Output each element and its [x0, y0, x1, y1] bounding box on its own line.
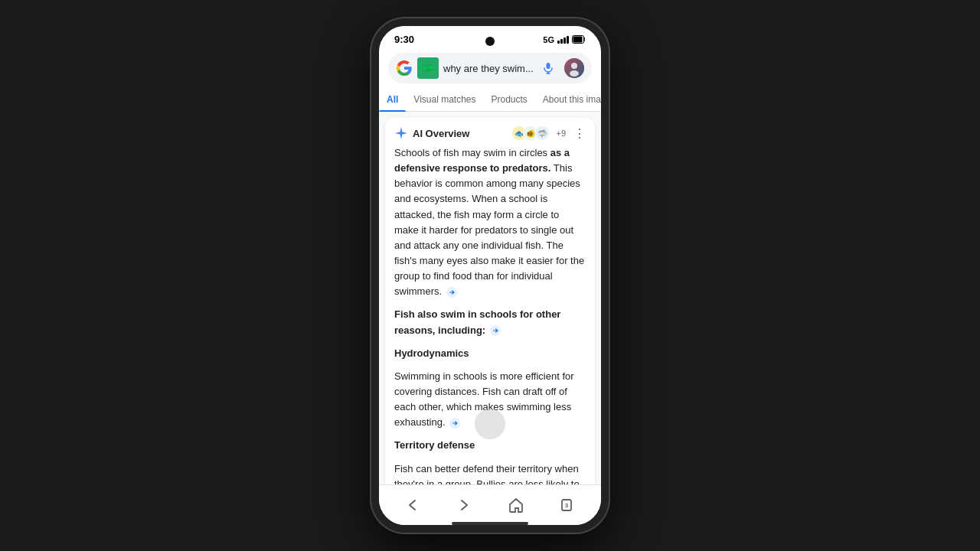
home-indicator: [379, 522, 601, 525]
gemini-icon: [394, 126, 408, 140]
link-icon-3[interactable]: [449, 418, 460, 429]
link-icon-2[interactable]: [490, 325, 501, 336]
section-title-hydrodynamics: Hydrodynamics: [394, 346, 586, 361]
ai-title: AI Overview: [413, 128, 469, 139]
camera-notch: [485, 37, 495, 46]
status-bar: 9:30 5G: [379, 26, 601, 48]
battery-icon: [572, 35, 586, 44]
svg-marker-14: [395, 127, 407, 139]
ai-paragraph-2: Fish also swim in schools for other reas…: [394, 307, 586, 337]
search-thumbnail: [417, 57, 439, 79]
search-bar[interactable]: why are they swim...: [388, 53, 592, 83]
section-title-territory: Territory defense: [394, 438, 586, 453]
profile-icon[interactable]: [564, 58, 584, 78]
scroll-dot: [475, 409, 505, 439]
search-text: why are they swim...: [443, 63, 538, 74]
phone-frame: 9:30 5G: [371, 18, 609, 533]
tab-visual-matches[interactable]: Visual matches: [406, 88, 483, 111]
svg-point-13: [570, 70, 579, 77]
tabs-bar: All Visual matches Products About this i…: [379, 88, 601, 112]
tabs-button[interactable]: 3: [554, 491, 581, 519]
svg-point-7: [426, 68, 430, 71]
source-icons: 🐟 🐠 🦈: [515, 126, 550, 141]
section-territory-defense: Territory defense Fish can better defend…: [394, 438, 586, 484]
home-button[interactable]: [502, 491, 530, 519]
svg-point-12: [571, 63, 577, 69]
network-label: 5G: [543, 35, 554, 44]
tab-about-image[interactable]: About this image: [535, 88, 601, 111]
status-icons: 5G: [543, 35, 586, 44]
ai-header-left: AI Overview: [394, 126, 469, 140]
forward-button[interactable]: [450, 491, 478, 519]
svg-point-6: [429, 66, 433, 69]
signal-icon: [557, 35, 569, 44]
mic-icon[interactable]: [538, 58, 558, 78]
nav-bar: 3: [379, 484, 601, 522]
phone-inner: 9:30 5G: [379, 26, 601, 525]
section-text-territory: Fish can better defend their territory w…: [394, 461, 586, 484]
link-icon-1[interactable]: [446, 287, 457, 298]
highlight-reasons: Fish also swim in schools for other reas…: [394, 308, 560, 335]
tab-all[interactable]: All: [379, 88, 406, 111]
highlight-predators: as a defensive response to predators.: [394, 147, 570, 174]
ai-paragraph-1: Schools of fish may swim in circles as a…: [394, 145, 586, 299]
back-button[interactable]: [399, 491, 426, 519]
source-icon-3: 🦈: [534, 126, 550, 141]
svg-rect-8: [547, 63, 550, 69]
tab-products[interactable]: Products: [484, 88, 535, 111]
search-icons: [538, 58, 584, 78]
ai-header: AI Overview 🐟 🐠 🦈 +9 ⋮: [385, 118, 595, 145]
main-content: AI Overview 🐟 🐠 🦈 +9 ⋮: [379, 112, 601, 484]
ai-header-right: 🐟 🐠 🦈 +9 ⋮: [515, 126, 586, 141]
source-count: +9: [556, 129, 566, 138]
home-bar: [452, 522, 528, 525]
status-time: 9:30: [394, 34, 414, 45]
svg-rect-1: [573, 37, 583, 43]
more-options-icon[interactable]: ⋮: [573, 126, 586, 141]
svg-text:3: 3: [565, 502, 569, 509]
google-logo: [396, 60, 413, 77]
